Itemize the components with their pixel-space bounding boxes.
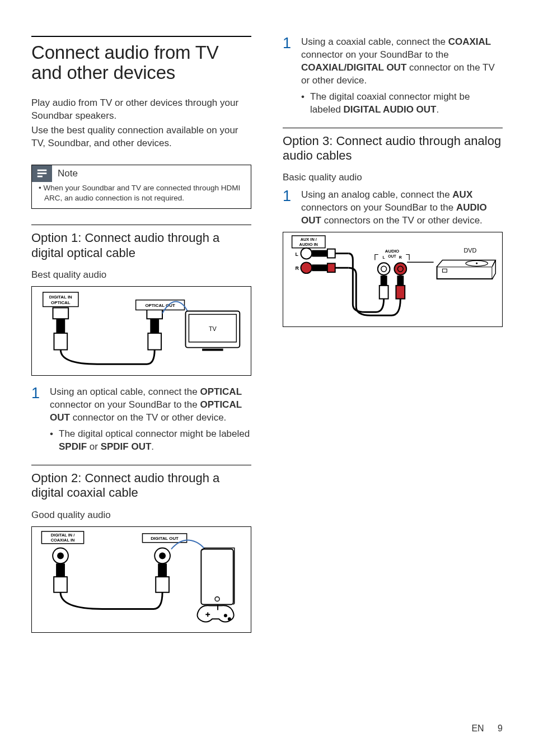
step-item: 1 Using a coaxial cable, connect the COA… xyxy=(283,36,503,116)
section-rule xyxy=(31,225,251,225)
svg-point-38 xyxy=(301,263,312,274)
intro-text-1: Play audio from TV or other devices thro… xyxy=(31,97,251,123)
diagram-label-in: DIGITAL IN / xyxy=(51,533,75,538)
svg-rect-36 xyxy=(312,250,327,257)
option-2-heading: Option 2: Connect audio through a digita… xyxy=(31,471,251,501)
option-2-diagram: DIGITAL IN / COAXIAL IN DIGITAL OUT xyxy=(31,526,251,633)
svg-rect-39 xyxy=(312,265,327,272)
section-rule xyxy=(283,128,503,128)
svg-rect-8 xyxy=(54,333,67,350)
option-1-quality: Best quality audio xyxy=(31,269,251,281)
page-title: Connect audio from TV and other devices xyxy=(31,43,251,83)
footer-page-number: 9 xyxy=(498,724,503,733)
step-item: 1 Using an optical cable, connect the OP… xyxy=(31,386,251,454)
svg-text:AUDIO IN: AUDIO IN xyxy=(299,242,318,247)
svg-rect-40 xyxy=(327,264,335,273)
svg-point-20 xyxy=(57,552,64,559)
step-text: Using an analog cable, connect the AUX c… xyxy=(301,189,503,227)
left-column: Connect audio from TV and other devices … xyxy=(31,36,251,643)
step-item: 1 Using an analog cable, connect the AUX… xyxy=(283,189,503,227)
svg-rect-1 xyxy=(38,173,47,175)
svg-rect-24 xyxy=(158,563,167,577)
svg-text:COAXIAL IN: COAXIAL IN xyxy=(51,537,75,542)
intro-text-2: Use the best quality connection availabl… xyxy=(31,124,251,150)
step-number: 1 xyxy=(283,189,291,204)
svg-text:OUT: OUT xyxy=(388,255,396,259)
diagram-device-label: DVD xyxy=(463,247,476,254)
note-callout: Note When your Soundbar and TV are conne… xyxy=(31,165,251,209)
diagram-r-label: R xyxy=(296,265,299,271)
note-label: Note xyxy=(58,168,78,179)
option-3-heading: Option 3: Connect audio through analog a… xyxy=(283,134,503,164)
step-subitem: The digital optical connector might be l… xyxy=(50,428,251,454)
svg-rect-23 xyxy=(156,577,169,592)
svg-point-44 xyxy=(381,267,387,272)
step-text: Using an optical cable, connect the OPTI… xyxy=(50,386,251,454)
diagram-label-in: DIGITAL IN xyxy=(49,295,72,300)
diagram-l-label: L xyxy=(296,251,299,257)
svg-point-31 xyxy=(228,617,231,620)
svg-point-35 xyxy=(301,248,312,259)
svg-rect-9 xyxy=(148,333,161,350)
option-3-quality: Basic quality audio xyxy=(283,172,503,183)
option-3-diagram: AUX IN / AUDIO IN L R xyxy=(283,232,503,327)
svg-rect-22 xyxy=(54,577,67,592)
note-icon xyxy=(32,165,52,182)
right-column: 1 Using a coaxial cable, connect the COA… xyxy=(283,36,503,643)
section-rule xyxy=(31,36,251,37)
option-1-heading: Option 1: Connect audio through a digita… xyxy=(31,231,251,260)
step-number: 1 xyxy=(283,36,291,51)
note-body: When your Soundbar and TV are connected … xyxy=(32,182,251,208)
svg-rect-45 xyxy=(396,286,405,299)
svg-rect-46 xyxy=(397,276,404,286)
svg-rect-0 xyxy=(38,170,47,171)
svg-point-54 xyxy=(476,263,477,264)
svg-point-30 xyxy=(224,614,227,617)
svg-text:L: L xyxy=(383,256,385,260)
svg-rect-41 xyxy=(380,286,388,299)
option-2-quality: Good quality audio xyxy=(31,510,251,521)
diagram-label-in: AUX IN / xyxy=(301,237,317,242)
option-2-steps: 1 Using a coaxial cable, connect the COA… xyxy=(283,36,503,116)
svg-rect-37 xyxy=(327,249,335,258)
option-1-diagram: DIGITAL IN OPTICAL OPTICAL OUT xyxy=(31,286,251,376)
svg-text:R: R xyxy=(399,256,402,260)
svg-rect-15 xyxy=(202,349,223,351)
svg-rect-6 xyxy=(53,308,69,319)
option-3-steps: 1 Using an analog cable, connect the AUX… xyxy=(283,189,503,227)
note-header: Note xyxy=(32,165,251,182)
diagram-label-out: DIGITAL OUT xyxy=(151,535,179,540)
svg-rect-28 xyxy=(201,549,233,604)
step-subitem: The digital coaxial connector might be l… xyxy=(301,91,503,116)
footer-lang: EN xyxy=(471,724,484,733)
svg-rect-21 xyxy=(56,563,65,577)
svg-text:OPTICAL: OPTICAL xyxy=(51,300,71,305)
diagram-audio-out-label: AUDIO xyxy=(385,249,399,254)
svg-rect-42 xyxy=(381,276,387,286)
step-number: 1 xyxy=(31,386,40,401)
svg-rect-2 xyxy=(38,176,43,178)
page-footer: EN 9 xyxy=(471,724,503,734)
svg-point-26 xyxy=(159,552,166,559)
svg-point-48 xyxy=(397,267,403,272)
section-rule xyxy=(31,465,251,465)
svg-rect-10 xyxy=(150,319,159,333)
svg-rect-7 xyxy=(56,319,65,333)
note-item: When your Soundbar and TV are connected … xyxy=(44,183,244,203)
diagram-device-label: TV xyxy=(209,325,217,332)
step-text: Using a coaxial cable, connect the COAXI… xyxy=(301,36,503,116)
option-1-steps: 1 Using an optical cable, connect the OP… xyxy=(31,386,251,454)
